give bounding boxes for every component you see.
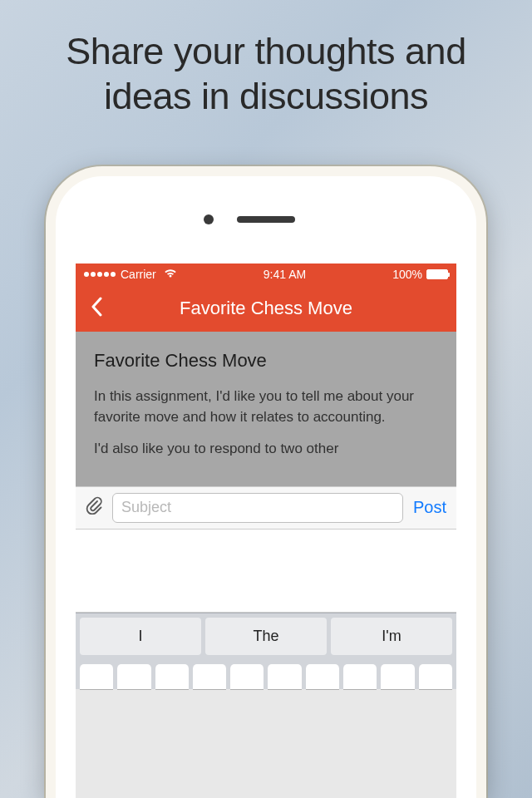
keyboard-key[interactable]	[306, 664, 339, 689]
status-right: 100%	[392, 268, 448, 281]
suggestion-1[interactable]: I	[80, 618, 201, 655]
nav-title: Favorite Chess Move	[76, 298, 456, 319]
paperclip-icon	[86, 496, 102, 515]
back-button[interactable]	[82, 290, 111, 327]
wifi-icon	[164, 268, 177, 281]
keyboard-key[interactable]	[155, 664, 189, 689]
keyboard-key[interactable]	[117, 664, 150, 689]
phone-inner: Carrier 9:41 AM 100% Favorite Chess Move	[56, 176, 476, 798]
keyboard-key[interactable]	[343, 664, 377, 689]
phone-speaker	[237, 216, 295, 223]
phone-frame: Carrier 9:41 AM 100% Favorite Chess Move	[46, 166, 486, 798]
nav-bar: Favorite Chess Move	[76, 285, 456, 332]
keyboard-key[interactable]	[381, 664, 414, 689]
status-bar: Carrier 9:41 AM 100%	[76, 264, 456, 285]
keyboard-row	[76, 659, 456, 689]
thread-paragraph-1: In this assignment, I'd like you to tell…	[94, 387, 438, 427]
phone-camera	[204, 214, 214, 224]
thread-content: Favorite Chess Move In this assignment, …	[76, 332, 456, 486]
battery-percent: 100%	[392, 268, 422, 281]
compose-bar: Post	[76, 486, 456, 530]
keyboard-key[interactable]	[268, 664, 301, 689]
thread-paragraph-2: I'd also like you to respond to two othe…	[94, 439, 438, 460]
keyboard-key[interactable]	[230, 664, 264, 689]
status-time: 9:41 AM	[264, 268, 306, 281]
suggestion-2[interactable]: The	[205, 618, 327, 655]
subject-input[interactable]	[112, 493, 403, 523]
keyboard-suggestions: I The I'm	[76, 613, 456, 659]
promo-line-1: Share your thoughts and	[33, 29, 499, 74]
keyboard-key[interactable]	[419, 664, 452, 689]
suggestion-3[interactable]: I'm	[331, 618, 452, 655]
message-textarea[interactable]	[76, 530, 456, 613]
post-button[interactable]: Post	[410, 496, 450, 519]
keyboard-key[interactable]	[80, 664, 113, 689]
signal-icon	[84, 272, 116, 277]
phone-screen: Carrier 9:41 AM 100% Favorite Chess Move	[76, 264, 456, 798]
content-area: Favorite Chess Move In this assignment, …	[76, 332, 456, 486]
keyboard-key[interactable]	[193, 664, 226, 689]
carrier-label: Carrier	[121, 268, 156, 281]
attachment-button[interactable]	[82, 495, 106, 521]
promo-headline: Share your thoughts and ideas in discuss…	[0, 0, 532, 144]
promo-line-2: ideas in discussions	[33, 74, 499, 119]
battery-icon	[426, 269, 448, 279]
status-left: Carrier	[84, 268, 177, 281]
chevron-left-icon	[91, 297, 102, 317]
thread-title: Favorite Chess Move	[94, 350, 438, 372]
